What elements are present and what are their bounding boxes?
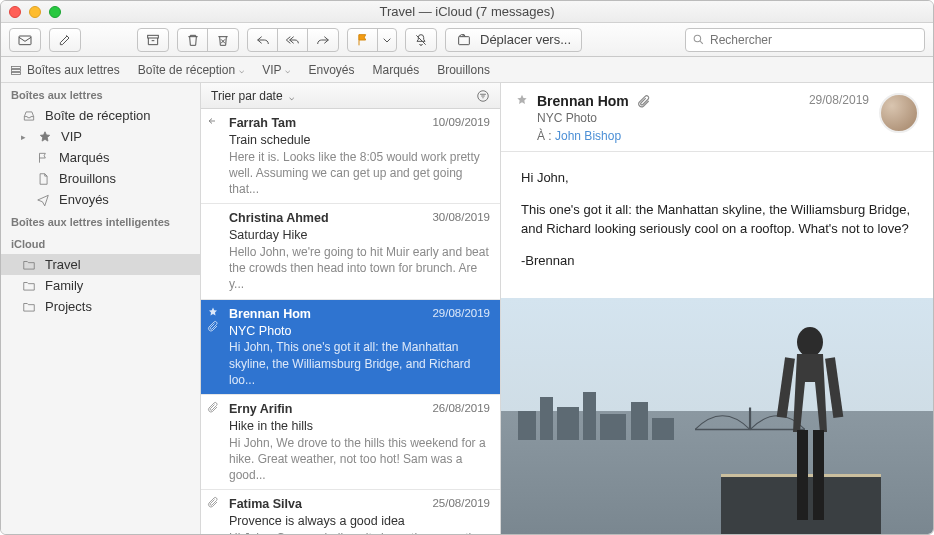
star-icon xyxy=(37,130,53,144)
folder-icon xyxy=(21,279,37,293)
attachment-icon xyxy=(207,320,219,332)
search-icon xyxy=(692,33,705,46)
svg-rect-2 xyxy=(459,36,470,44)
sidebar-head-icloud: iCloud xyxy=(1,232,200,254)
delete-button[interactable] xyxy=(178,29,208,51)
preview-body: Hi John, This one's got it all: the Manh… xyxy=(501,152,933,298)
reply-all-button[interactable] xyxy=(278,29,308,51)
preview-subject: NYC Photo xyxy=(537,111,799,125)
svg-rect-0 xyxy=(19,36,31,45)
get-mail-button[interactable] xyxy=(10,29,40,51)
svg-rect-12 xyxy=(813,430,824,520)
message-subject: Provence is always a good idea xyxy=(229,513,490,530)
message-subject: NYC Photo xyxy=(229,323,490,340)
person-silhouette xyxy=(765,322,855,534)
forward-button[interactable] xyxy=(308,29,338,51)
preview-attachment-image[interactable] xyxy=(501,298,933,534)
sidebar-folder-family[interactable]: Family xyxy=(1,275,200,296)
toolbar: Déplacer vers... xyxy=(1,23,933,57)
message-item[interactable]: Fatima Silva25/08/2019Provence is always… xyxy=(201,490,500,534)
document-icon xyxy=(35,172,51,186)
filter-icon[interactable] xyxy=(476,89,490,103)
svg-rect-11 xyxy=(797,430,808,520)
folder-icon xyxy=(21,258,37,272)
mail-window: Travel — iCloud (7 messages) xyxy=(0,0,934,535)
sidebar-head-mailboxes: Boîtes aux lettres xyxy=(1,83,200,105)
sidebar-head-smart: Boîtes aux lettres intelligentes xyxy=(1,210,200,232)
message-from: Erny Arifin xyxy=(229,401,292,418)
flag-button[interactable] xyxy=(348,29,378,51)
move-to-button[interactable]: Déplacer vers... xyxy=(445,28,582,52)
message-from: Christina Ahmed xyxy=(229,210,329,227)
svg-rect-6 xyxy=(12,72,21,74)
message-item[interactable]: Farrah Tam10/09/2019Train scheduleHere i… xyxy=(201,109,500,204)
sidebar-vip[interactable]: ▸ VIP xyxy=(1,126,200,147)
svg-rect-13 xyxy=(777,357,795,418)
sidebar-inbox[interactable]: Boîte de réception xyxy=(1,105,200,126)
svg-rect-1 xyxy=(148,35,159,38)
attachment-icon xyxy=(207,496,219,508)
svg-rect-5 xyxy=(12,69,21,71)
sidebar: Boîtes aux lettres Boîte de réception ▸ … xyxy=(1,83,201,534)
star-icon xyxy=(207,306,219,318)
message-preview: Hi John, Can you believe its been three … xyxy=(229,530,490,534)
flag-menu-button[interactable] xyxy=(378,29,396,51)
preview-sender: Brennan Hom xyxy=(537,93,629,109)
message-date: 25/08/2019 xyxy=(432,496,490,513)
mute-button[interactable] xyxy=(406,29,436,51)
preview-to-line: À : John Bishop xyxy=(537,129,799,143)
message-preview: Hi John, This one's got it all: the Manh… xyxy=(229,339,490,388)
message-date: 26/08/2019 xyxy=(432,401,490,418)
message-from: Brennan Hom xyxy=(229,306,311,323)
sidebar-flagged[interactable]: Marqués xyxy=(1,147,200,168)
fav-drafts[interactable]: Brouillons xyxy=(437,63,490,77)
star-icon[interactable] xyxy=(515,93,529,107)
svg-rect-4 xyxy=(12,66,21,68)
sort-header[interactable]: Trier par date ⌵ xyxy=(201,83,500,109)
message-subject: Hike in the hills xyxy=(229,418,490,435)
message-list: Trier par date ⌵ Farrah Tam10/09/2019Tra… xyxy=(201,83,501,534)
sidebar-folder-projects[interactable]: Projects xyxy=(1,296,200,317)
message-subject: Saturday Hike xyxy=(229,227,490,244)
preview-recipient[interactable]: John Bishop xyxy=(555,129,621,143)
message-date: 30/08/2019 xyxy=(432,210,490,227)
fav-mailboxes[interactable]: Boîtes aux lettres xyxy=(9,63,120,77)
message-item[interactable]: Christina Ahmed30/08/2019Saturday HikeHe… xyxy=(201,204,500,299)
reply-button[interactable] xyxy=(248,29,278,51)
message-preview: Here it is. Looks like the 8:05 would wo… xyxy=(229,149,490,198)
titlebar: Travel — iCloud (7 messages) xyxy=(1,1,933,23)
replied-icon xyxy=(207,115,219,127)
message-item[interactable]: Brennan Hom29/08/2019NYC PhotoHi John, T… xyxy=(201,300,500,395)
archive-button[interactable] xyxy=(138,29,168,51)
sidebar-folder-travel[interactable]: Travel xyxy=(1,254,200,275)
favorites-bar: Boîtes aux lettres Boîte de réception⌵ V… xyxy=(1,57,933,83)
attachment-icon xyxy=(207,401,219,413)
search-input[interactable] xyxy=(710,33,918,47)
message-preview: Hi John, We drove to the hills this week… xyxy=(229,435,490,484)
flag-icon xyxy=(35,151,51,165)
fav-vip[interactable]: VIP⌵ xyxy=(262,63,290,77)
message-date: 29/08/2019 xyxy=(432,306,490,323)
avatar xyxy=(879,93,919,133)
attachment-icon xyxy=(637,94,651,108)
window-title: Travel — iCloud (7 messages) xyxy=(1,4,933,19)
compose-button[interactable] xyxy=(50,29,80,51)
search-field[interactable] xyxy=(685,28,925,52)
message-preview: Hello John, we're going to hit Muir earl… xyxy=(229,244,490,293)
disclosure-triangle-icon[interactable]: ▸ xyxy=(21,132,29,142)
message-item[interactable]: Erny Arifin26/08/2019Hike in the hillsHi… xyxy=(201,395,500,490)
message-from: Fatima Silva xyxy=(229,496,302,513)
preview-header: Brennan Hom NYC Photo À : John Bishop 29… xyxy=(501,83,933,152)
sidebar-drafts[interactable]: Brouillons xyxy=(1,168,200,189)
fav-flagged[interactable]: Marqués xyxy=(373,63,420,77)
message-from: Farrah Tam xyxy=(229,115,296,132)
sidebar-sent[interactable]: Envoyés xyxy=(1,189,200,210)
junk-button[interactable] xyxy=(208,29,238,51)
fav-sent[interactable]: Envoyés xyxy=(308,63,354,77)
message-subject: Train schedule xyxy=(229,132,490,149)
message-date: 10/09/2019 xyxy=(432,115,490,132)
paper-plane-icon xyxy=(35,193,51,207)
preview-date: 29/08/2019 xyxy=(809,93,869,107)
fav-inbox[interactable]: Boîte de réception⌵ xyxy=(138,63,244,77)
svg-rect-14 xyxy=(825,357,843,418)
